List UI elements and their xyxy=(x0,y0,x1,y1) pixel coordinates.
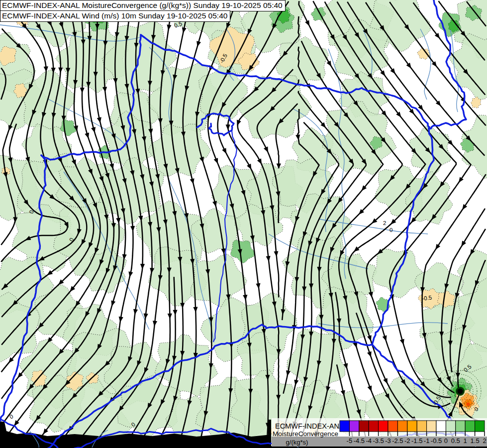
colorbar-tick-label: -4 xyxy=(366,437,372,445)
colorbar-swatch xyxy=(417,421,426,432)
colorbar-swatch xyxy=(427,421,436,432)
colorbar-swatch xyxy=(349,421,359,432)
map-title-wind: ECMWF-INDEX-ANAL Wind (m/s) 10m Sunday 1… xyxy=(0,10,230,22)
colorbar-swatch xyxy=(456,421,465,432)
colorbar-swatch xyxy=(446,421,455,432)
colorbar-swatch xyxy=(379,421,388,432)
colorbar-swatch xyxy=(436,421,446,432)
legend-units: g/(kg*s) xyxy=(286,439,308,446)
colorbar-swatch xyxy=(475,421,485,432)
contour-label: 0 xyxy=(390,227,392,233)
colorbar-tick-label: 0.5 xyxy=(451,437,460,445)
colorbar-swatch xyxy=(369,421,378,432)
legend-parameter-name: MoistureConvergence xyxy=(273,430,338,438)
colorbar-tick-label: -5 xyxy=(347,437,353,445)
colorbar-tick-label: -4.5 xyxy=(354,437,365,445)
colorbar-tick-label: 0 xyxy=(444,437,448,445)
weather-map-viewport: -0.5000.5-0.50020000-0.50.5ECMWF-INDEX-A… xyxy=(0,0,487,448)
contour-label: 2 xyxy=(383,220,386,226)
colorbar-swatch xyxy=(359,421,369,432)
colorbar-tick-label: 2 xyxy=(483,437,486,445)
colorbar-tick-label: -3.5 xyxy=(373,437,384,445)
colorbar-tick-label: -1.5 xyxy=(411,437,422,445)
colorbar-tick-label: -0.5 xyxy=(431,437,442,445)
colorbar-tick-label: -2.5 xyxy=(392,437,403,445)
colorbar-swatch xyxy=(465,421,475,432)
colorbar-tick-label: -3 xyxy=(385,437,391,445)
colorbar-swatch xyxy=(397,421,407,432)
map-title-moisture-convergence: ECMWF-INDEX-ANAL MoistureConvergence (g/… xyxy=(0,0,286,11)
colorbar-tick-label: -1 xyxy=(424,437,430,445)
colorbar-tick-label: 1 xyxy=(464,437,467,445)
colorbar-tick-label: -2 xyxy=(404,437,410,445)
weather-map: -0.5000.5-0.50020000-0.50.5ECMWF-INDEX-A… xyxy=(0,0,487,448)
legend: ECMWF-INDEX-ANALMoistureConvergenceg/(kg… xyxy=(272,418,487,447)
colorbar-tick-label: 1.5 xyxy=(471,437,480,445)
colorbar-swatch xyxy=(388,421,397,432)
colorbar-swatch xyxy=(407,421,417,432)
colorbar-swatch xyxy=(340,421,349,432)
legend-model-name: ECMWF-INDEX-ANAL xyxy=(275,422,348,430)
